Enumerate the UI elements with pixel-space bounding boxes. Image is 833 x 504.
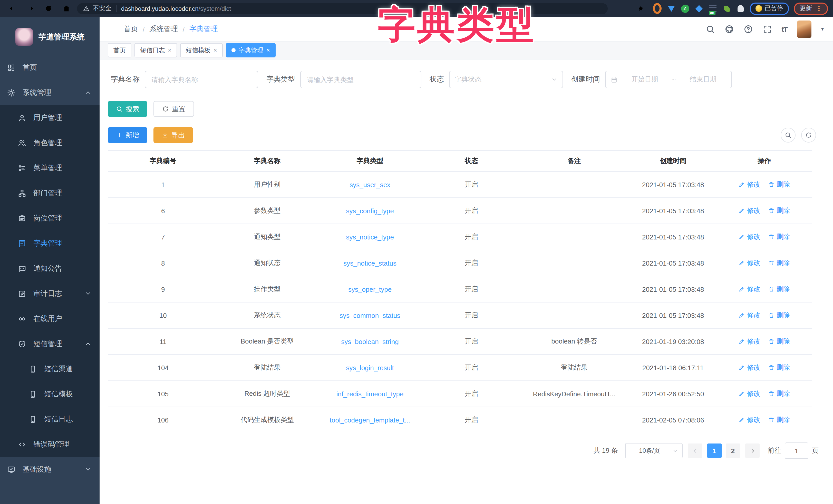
hamburger-icon[interactable]: [107, 24, 117, 34]
address-bar[interactable]: 不安全 dashboard.yudao.iocoder.cn/system/di…: [77, 3, 608, 14]
cell-dict-type-link[interactable]: sys_login_result: [316, 355, 424, 381]
cell-dict-type-link[interactable]: sys_notice_status: [316, 250, 424, 276]
tab-close-icon[interactable]: ×: [168, 47, 171, 53]
cell-dict-type-link[interactable]: sys_user_sex: [316, 172, 424, 198]
edit-link[interactable]: 修改: [739, 258, 760, 268]
ext-sprout-icon[interactable]: [722, 4, 731, 13]
app-logo-row: 芋道管理系统: [0, 17, 100, 55]
font-size-icon[interactable]: tT: [782, 25, 787, 33]
menu-dots-icon[interactable]: ⋮: [815, 5, 822, 12]
tab-字典管理[interactable]: 字典管理 ×: [226, 43, 276, 57]
sidebar-item-online[interactable]: 在线用户: [0, 306, 100, 331]
fullscreen-icon[interactable]: [763, 24, 772, 33]
delete-link[interactable]: 删除: [768, 206, 790, 215]
page-number-1[interactable]: 1: [707, 444, 722, 458]
delete-link[interactable]: 删除: [768, 389, 790, 398]
edit-link[interactable]: 修改: [739, 206, 760, 215]
back-icon[interactable]: [8, 4, 17, 13]
delete-link[interactable]: 删除: [768, 311, 790, 320]
tab-首页[interactable]: 首页: [108, 43, 132, 57]
help-icon[interactable]: [744, 24, 753, 33]
export-button[interactable]: 导出: [153, 127, 193, 143]
breadcrumb-home[interactable]: 首页: [124, 24, 138, 33]
sidebar-item-notice[interactable]: 通知公告: [0, 256, 100, 281]
delete-link[interactable]: 删除: [768, 363, 790, 372]
cell-dict-type-link[interactable]: sys_oper_type: [316, 276, 424, 302]
ext-diamond-icon[interactable]: [694, 4, 703, 13]
bookmark-star-icon[interactable]: [637, 5, 645, 12]
cell-dict-name: 用户性别: [218, 172, 316, 198]
date-range-picker[interactable]: 开始日期 ~ 结束日期: [605, 71, 732, 88]
tab-短信模板[interactable]: 短信模板 ×: [180, 43, 223, 57]
tab-短信日志[interactable]: 短信日志 ×: [135, 43, 177, 57]
search-icon[interactable]: [706, 24, 715, 33]
prev-page-button[interactable]: [688, 444, 702, 458]
ext-z-icon[interactable]: Z: [681, 4, 689, 13]
edit-link[interactable]: 修改: [739, 337, 760, 346]
sidebar-item-role[interactable]: 角色管理: [0, 130, 100, 155]
ext-donut-orange-icon[interactable]: [653, 4, 662, 13]
delete-link[interactable]: 删除: [768, 415, 790, 425]
sidebar-item-home[interactable]: 首页: [0, 55, 100, 80]
status-select[interactable]: 字典状态: [449, 71, 563, 88]
edit-link[interactable]: 修改: [739, 363, 760, 372]
tab-close-icon[interactable]: ×: [214, 47, 217, 53]
cell-dict-type-link[interactable]: sys_config_type: [316, 198, 424, 224]
delete-link[interactable]: 删除: [768, 258, 790, 268]
sidebar-item-sms-log[interactable]: 短信日志: [0, 407, 100, 432]
sidebar-item-audit[interactable]: 审计日志: [0, 281, 100, 306]
cell-dict-type-link[interactable]: sys_common_status: [316, 302, 424, 328]
edit-link[interactable]: 修改: [739, 284, 760, 294]
edit-link[interactable]: 修改: [739, 180, 760, 189]
cell-dict-type-link[interactable]: inf_redis_timeout_type: [316, 381, 424, 407]
delete-link[interactable]: 删除: [768, 180, 790, 189]
delete-link[interactable]: 删除: [768, 284, 790, 294]
cell-dict-type-link[interactable]: sys_boolean_string: [316, 328, 424, 355]
edit-link[interactable]: 修改: [739, 311, 760, 320]
chevron-icon: [85, 89, 91, 96]
edit-link[interactable]: 修改: [739, 232, 760, 242]
sidebar-item-dict[interactable]: 字典管理: [0, 231, 100, 256]
ext-figure-icon[interactable]: [736, 4, 745, 13]
goto-page-input[interactable]: [785, 443, 808, 459]
sidebar-item-system[interactable]: 系统管理: [0, 80, 100, 105]
sidebar-item-menu[interactable]: 菜单管理: [0, 155, 100, 180]
cell-dict-name: 通知状态: [218, 250, 316, 276]
page-number-2[interactable]: 2: [726, 444, 740, 458]
sidebar-item-sms-template[interactable]: 短信模板: [0, 381, 100, 407]
sidebar-item-errcode[interactable]: 错误码管理: [0, 432, 100, 457]
update-badge[interactable]: 更新⋮: [794, 2, 828, 15]
toggle-search-button[interactable]: [781, 128, 795, 143]
delete-link[interactable]: 删除: [768, 232, 790, 242]
avatar-caret-icon[interactable]: ▾: [821, 26, 824, 32]
add-button[interactable]: 新增: [108, 127, 147, 143]
refresh-table-button[interactable]: [801, 128, 816, 143]
delete-link[interactable]: 删除: [768, 337, 790, 346]
sidebar-item-user[interactable]: 用户管理: [0, 105, 100, 130]
cell-dict-type-link[interactable]: sys_notice_type: [316, 224, 424, 250]
page-size-select[interactable]: 10条/页: [625, 443, 683, 458]
ext-list-on-icon[interactable]: on: [708, 4, 717, 13]
sidebar-item-infra[interactable]: 基础设施: [0, 457, 100, 482]
github-icon[interactable]: [725, 24, 734, 33]
sidebar-item-dept[interactable]: 部门管理: [0, 180, 100, 206]
sidebar-item-sms[interactable]: 短信管理: [0, 331, 100, 356]
sidebar-item-sms-channel[interactable]: 短信渠道: [0, 356, 100, 381]
ext-gem-icon[interactable]: [667, 4, 675, 13]
browser-home-icon[interactable]: [62, 4, 71, 13]
dict-name-input[interactable]: [145, 71, 258, 88]
reset-button[interactable]: 重置: [153, 101, 194, 117]
reload-icon[interactable]: [44, 4, 53, 13]
forward-icon[interactable]: [26, 4, 35, 13]
dict-type-input[interactable]: [300, 71, 421, 88]
sidebar-item-post[interactable]: 岗位管理: [0, 206, 100, 231]
search-button[interactable]: 搜索: [108, 101, 147, 117]
cell-dict-type-link[interactable]: tool_codegen_template_t...: [316, 407, 424, 433]
breadcrumb-system[interactable]: 系统管理: [149, 24, 178, 33]
tab-close-icon[interactable]: ×: [266, 47, 270, 53]
paused-badge[interactable]: 已暂停: [750, 2, 789, 15]
user-avatar[interactable]: [797, 20, 811, 38]
edit-link[interactable]: 修改: [739, 389, 760, 398]
edit-link[interactable]: 修改: [739, 415, 760, 425]
next-page-button[interactable]: [745, 444, 760, 458]
